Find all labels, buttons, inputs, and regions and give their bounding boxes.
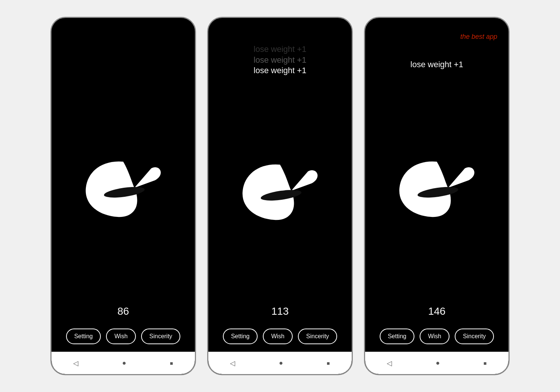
bottom-bar-2 bbox=[208, 352, 352, 374]
phone-2: lose weight +1 lose weight +1 lose weigh… bbox=[207, 17, 353, 375]
counter-1: 86 bbox=[52, 298, 195, 329]
setting-button-3[interactable]: Setting bbox=[380, 329, 415, 344]
logo-icon-2 bbox=[237, 153, 323, 224]
counter-2: 113 bbox=[208, 298, 352, 329]
back-icon-2[interactable] bbox=[230, 359, 235, 367]
wish-button-2[interactable]: Wish bbox=[263, 329, 293, 344]
app-label-3: the best app bbox=[365, 25, 508, 44]
lose-weight-area-2: lose weight +1 lose weight +1 lose weigh… bbox=[208, 44, 352, 80]
counter-3: 146 bbox=[365, 298, 508, 329]
phone-3: the best app lose weight +1 146 Setting … bbox=[364, 17, 510, 375]
square-icon-3[interactable] bbox=[483, 359, 486, 367]
app-label-1 bbox=[52, 25, 195, 44]
phone-screen-2: lose weight +1 lose weight +1 lose weigh… bbox=[207, 17, 353, 375]
lose-weight-area-3: lose weight +1 bbox=[365, 44, 508, 74]
logo-area-1 bbox=[52, 74, 195, 298]
home-icon-1[interactable] bbox=[122, 359, 126, 367]
phone-1: 86 Setting Wish Sincerity bbox=[50, 17, 196, 375]
phone-screen-1: 86 Setting Wish Sincerity bbox=[50, 17, 196, 375]
logo-area-3 bbox=[365, 74, 508, 298]
lose-weight-faded1: lose weight +1 bbox=[253, 55, 306, 66]
logo-icon-3 bbox=[394, 150, 480, 221]
lose-weight-faded2: lose weight +1 bbox=[253, 44, 306, 55]
wish-button-1[interactable]: Wish bbox=[106, 329, 136, 344]
sincerity-button-1[interactable]: Sincerity bbox=[141, 329, 180, 344]
square-icon-2[interactable] bbox=[327, 359, 330, 367]
nav-buttons-3: Setting Wish Sincerity bbox=[365, 329, 508, 352]
bottom-bar-1 bbox=[52, 352, 195, 374]
sincerity-button-3[interactable]: Sincerity bbox=[455, 329, 494, 344]
back-icon-3[interactable] bbox=[387, 359, 392, 367]
lose-weight-text-3: lose weight +1 bbox=[410, 59, 463, 70]
sincerity-button-2[interactable]: Sincerity bbox=[298, 329, 337, 344]
nav-buttons-2: Setting Wish Sincerity bbox=[208, 329, 352, 352]
lose-weight-text-2: lose weight +1 bbox=[253, 65, 306, 76]
home-icon-2[interactable] bbox=[279, 359, 283, 367]
home-icon-3[interactable] bbox=[436, 359, 440, 367]
app-label-2 bbox=[208, 25, 352, 44]
phone-screen-3: the best app lose weight +1 146 Setting … bbox=[364, 17, 510, 375]
lose-weight-area-1 bbox=[52, 44, 195, 74]
bottom-bar-3 bbox=[365, 352, 508, 374]
logo-icon-1 bbox=[80, 150, 166, 221]
logo-area-2 bbox=[208, 80, 352, 298]
wish-button-3[interactable]: Wish bbox=[420, 329, 449, 344]
setting-button-2[interactable]: Setting bbox=[223, 329, 258, 344]
nav-buttons-1: Setting Wish Sincerity bbox=[52, 329, 195, 352]
setting-button-1[interactable]: Setting bbox=[66, 329, 101, 344]
square-icon-1[interactable] bbox=[170, 359, 173, 367]
back-icon-1[interactable] bbox=[73, 359, 78, 367]
